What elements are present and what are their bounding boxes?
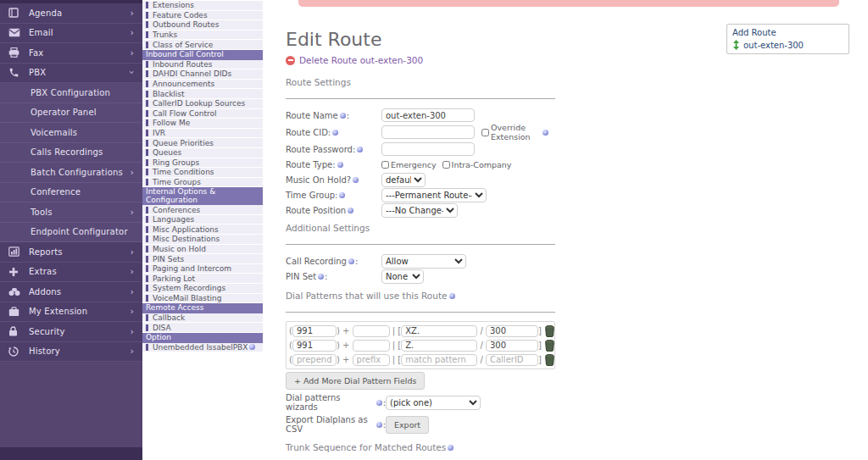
route-name-input[interactable] xyxy=(381,108,475,122)
prepend-input[interactable] xyxy=(292,325,337,337)
route-position-select[interactable]: ---No Change--- xyxy=(381,203,458,218)
menu-item-voicemail-blasting[interactable]: VoiceMail Blasting xyxy=(142,294,263,304)
override-extension-checkbox[interactable] xyxy=(481,129,489,136)
prefix-input[interactable] xyxy=(353,354,390,366)
menu-item-blacklist[interactable]: Blacklist xyxy=(142,89,263,99)
trash-icon[interactable] xyxy=(544,354,555,366)
sidebar-item-batch-configurations[interactable]: Batch Configurations› xyxy=(0,163,142,183)
menu-item-extensions[interactable]: Extensions xyxy=(142,1,263,11)
add-route-link[interactable]: Add Route xyxy=(732,28,843,37)
menu-item-announcements[interactable]: Announcements xyxy=(142,80,263,90)
menu-item-follow-me[interactable]: Follow Me xyxy=(142,119,263,129)
menu-item-time-groups[interactable]: Time Groups xyxy=(142,178,263,188)
help-icon[interactable] xyxy=(337,162,343,168)
route-password-input[interactable] xyxy=(381,142,475,156)
help-icon[interactable] xyxy=(318,274,324,280)
time-group-select[interactable]: ---Permanent Route--- xyxy=(381,188,487,202)
help-icon[interactable] xyxy=(376,422,382,428)
help-icon[interactable] xyxy=(353,177,359,183)
sidebar-item-addons[interactable]: Addons› xyxy=(0,282,142,302)
menu-item-languages[interactable]: Languages xyxy=(142,215,263,225)
sidebar-item-conference[interactable]: Conference xyxy=(0,183,142,203)
menu-item-conferences[interactable]: Conferences xyxy=(142,205,263,215)
intra-company-checkbox[interactable] xyxy=(442,161,450,169)
menu-item-queue-priorities[interactable]: Queue Priorities xyxy=(142,138,263,148)
help-icon[interactable] xyxy=(249,344,255,350)
sidebar-item-endpoint-configurator[interactable]: Endpoint Configurator xyxy=(0,223,142,243)
menu-item-unembedded-issabelpbx[interactable]: Unembedded IssabelPBX xyxy=(142,343,263,353)
menu-item-outbound-routes[interactable]: Outbound Routes xyxy=(142,20,263,30)
delete-route-link[interactable]: Delete Route out-exten-300 xyxy=(286,55,555,65)
pin-set-select[interactable]: None xyxy=(381,269,424,284)
sidebar-item-fax[interactable]: Fax› xyxy=(0,43,142,64)
prepend-input[interactable] xyxy=(292,354,337,366)
menu-item-callback[interactable]: Callback xyxy=(142,313,263,324)
help-icon[interactable] xyxy=(449,293,455,299)
menu-item-misc-destinations[interactable]: Misc Destinations xyxy=(142,235,263,245)
help-icon[interactable] xyxy=(340,113,346,119)
trash-icon[interactable] xyxy=(544,340,555,352)
sidebar-item-pbx-configuration[interactable]: PBX Configuration xyxy=(0,83,142,103)
help-icon[interactable] xyxy=(348,208,353,213)
menu-item-parking-lot[interactable]: Parking Lot xyxy=(142,274,263,284)
route-list-item[interactable]: out-exten-300 xyxy=(732,40,843,50)
help-icon[interactable] xyxy=(332,130,338,136)
menu-item-trunks[interactable]: Trunks xyxy=(142,30,263,41)
sidebar-item-extras[interactable]: Extras› xyxy=(0,263,142,283)
help-icon[interactable] xyxy=(542,130,548,136)
menu-item-system-recordings[interactable]: System Recordings xyxy=(142,284,263,294)
route-cid-input[interactable] xyxy=(381,125,475,139)
callerid-input[interactable] xyxy=(486,325,538,337)
menu-item-time-conditions[interactable]: Time Conditions xyxy=(142,168,263,178)
sidebar-item-tools[interactable]: Tools› xyxy=(0,202,142,223)
form-row-route-position: Route Position ---No Change--- xyxy=(286,202,555,218)
sidebar-item-operator-panel[interactable]: Operator Panel xyxy=(0,103,142,124)
menu-item-ivr[interactable]: IVR xyxy=(142,129,263,139)
music-on-hold-select[interactable]: default xyxy=(381,173,426,187)
menu-item-feature-codes[interactable]: Feature Codes xyxy=(142,11,263,21)
trash-icon[interactable] xyxy=(544,325,555,337)
sidebar-item-reports[interactable]: Reports› xyxy=(0,242,142,263)
call-recording-select[interactable]: Allow xyxy=(381,254,466,269)
help-icon[interactable] xyxy=(376,400,382,406)
callerid-input[interactable] xyxy=(486,340,538,352)
emergency-checkbox[interactable] xyxy=(381,161,389,169)
menu-item-dahdi-channel-dids[interactable]: DAHDI Channel DIDs xyxy=(142,69,263,80)
sidebar-item-security[interactable]: Security› xyxy=(0,322,142,342)
menu-item-queues[interactable]: Queues xyxy=(142,148,263,158)
music-on-hold-label: Music On Hold? xyxy=(286,175,351,185)
menu-item-paging-and-intercom[interactable]: Paging and Intercom xyxy=(142,264,263,274)
sidebar-item-calls-recordings[interactable]: Calls Recordings xyxy=(0,143,142,163)
menu-item-pin-sets[interactable]: PIN Sets xyxy=(142,254,263,264)
sidebar-item-pbx[interactable]: PBX› xyxy=(0,64,142,84)
prefix-input[interactable] xyxy=(353,340,390,352)
sidebar-item-voicemails[interactable]: Voicemails xyxy=(0,123,142,143)
prepend-input[interactable] xyxy=(292,340,337,352)
menu-item-inbound-routes[interactable]: Inbound Routes xyxy=(142,60,263,70)
match-pattern-input[interactable] xyxy=(401,325,477,337)
prefix-input[interactable] xyxy=(353,325,390,337)
sidebar-item-my-extension[interactable]: My Extension› xyxy=(0,302,142,323)
add-more-dial-pattern-fields-button[interactable]: + Add More Dial Pattern Fields xyxy=(286,372,425,390)
menu-item-class-of-service[interactable]: Class of Service xyxy=(142,40,263,50)
dial-patterns-wizards-select[interactable]: (pick one) xyxy=(386,396,481,410)
menu-item-ring-groups[interactable]: Ring Groups xyxy=(142,158,263,169)
match-pattern-input[interactable] xyxy=(401,354,477,366)
form-row-dial-patterns-wizards: Dial patterns wizards: (pick one) xyxy=(286,393,555,412)
menu-item-callerid-lookup-sources[interactable]: CallerID Lookup Sources xyxy=(142,99,263,109)
menu-item-misc-applications[interactable]: Misc Applications xyxy=(142,224,263,235)
sidebar-item-email[interactable]: Email› xyxy=(0,24,142,44)
help-icon[interactable] xyxy=(339,192,345,198)
export-button[interactable]: Export xyxy=(386,416,429,434)
sidebar-item-agenda[interactable]: Agenda› xyxy=(0,3,142,24)
help-icon[interactable] xyxy=(348,258,354,264)
menu-item-disa[interactable]: DISA xyxy=(142,323,263,333)
callerid-input[interactable] xyxy=(486,354,538,366)
sidebar-item-history[interactable]: History› xyxy=(0,342,142,363)
help-icon[interactable] xyxy=(357,147,363,152)
help-icon[interactable] xyxy=(448,445,453,451)
menu-item-call-flow-control[interactable]: Call Flow Control xyxy=(142,109,263,119)
menu-item-music-on-hold[interactable]: Music on Hold xyxy=(142,245,263,255)
dial-patterns-box: () + | [ / ] () + | [ / ] () + | [ / ] xyxy=(286,321,555,369)
match-pattern-input[interactable] xyxy=(401,340,477,352)
